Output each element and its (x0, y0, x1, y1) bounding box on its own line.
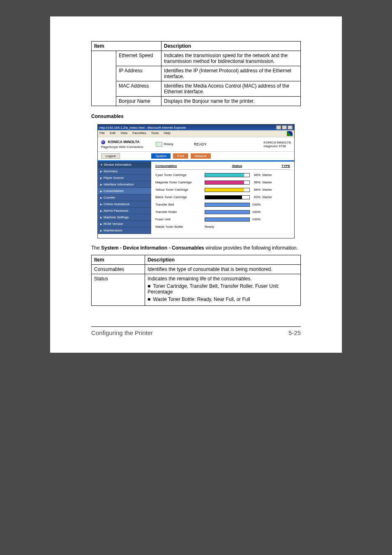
window-controls: _ □ × (276, 125, 293, 130)
consumable-row: Fuser Unit100% (155, 216, 290, 223)
menu-edit[interactable]: Edit (110, 131, 115, 135)
th-item: Item (92, 255, 145, 264)
sidebar-item-interface-info[interactable]: ▶Interface Information (98, 181, 151, 188)
section-heading-consumables: Consumables (91, 113, 301, 119)
cell-bar (205, 180, 250, 185)
maximize-button[interactable]: □ (282, 125, 287, 130)
progress-bar (205, 210, 250, 214)
sidebar-item-paper-source[interactable]: ▶Paper Source (98, 175, 151, 181)
cell-bar (205, 210, 250, 214)
tab-system[interactable]: System (151, 153, 171, 159)
cell-name: Magenta Toner Cartridge (155, 180, 205, 184)
progress-bar (205, 188, 250, 192)
cell-name: Waste Toner Bottle (155, 225, 205, 229)
browser-menubar: File Edit View Favorites Tools Help (98, 130, 294, 137)
cell-desc: Identifies the Media Access Control (MAC… (161, 81, 301, 97)
footer-section-title: Configuring the Printer (91, 329, 153, 336)
cell-bar (205, 195, 250, 199)
content-footer-spacer (98, 234, 294, 238)
cell-item: Consumables (92, 264, 145, 274)
sidebar-item-rom-version[interactable]: ▶ROM Version (98, 221, 151, 227)
sidebar-header-device-info[interactable]: ▼Device Information (98, 162, 151, 168)
sidebar-item-admin-password[interactable]: ▶Admin Password (98, 208, 151, 214)
table-network-info: Item Description Ethernet Speed Indicate… (91, 41, 301, 106)
cell-name: Black Toner Cartridge (155, 195, 205, 199)
progress-empty (242, 196, 249, 199)
sidebar-item-summary[interactable]: ▶Summary (98, 168, 151, 175)
brand-logo: KONICA MINOLTA (101, 140, 143, 144)
sidebar-item-machine-settings[interactable]: ▶Machine Settings (98, 214, 151, 221)
progress-empty (244, 188, 249, 192)
logout-button[interactable]: Logout (101, 153, 120, 159)
cell-status: Ready (205, 225, 250, 229)
cell-pct: 88% (250, 173, 262, 177)
cell-desc: Identifies the type of consumable that i… (145, 264, 301, 274)
webconnection-label: PageScope Web Connection (101, 145, 143, 149)
center-status: READY (194, 142, 207, 146)
menu-file[interactable]: File (99, 131, 105, 135)
status-intro: Indicates the remaining life of the cons… (148, 276, 251, 282)
printer-status-text: Ready (164, 142, 173, 146)
footer-page-number: 5-25 (288, 329, 301, 336)
menu-favorites[interactable]: Favorites (133, 131, 146, 135)
sidebar-item-counter[interactable]: ▶Counter (98, 194, 151, 201)
cell-item: IP Address (116, 66, 161, 81)
cell-pct: 100% (250, 217, 262, 221)
printer-status-icon (156, 142, 162, 147)
cell-type: Starter (262, 195, 290, 199)
browser-screenshot: http://192.168.1.2/a_index.html - Micros… (97, 124, 295, 238)
progress-bar (205, 195, 250, 199)
tab-print[interactable]: Print (173, 153, 188, 159)
progress-bar (205, 180, 250, 185)
cell-item: Ethernet Speed (116, 51, 161, 66)
cell-type: Starter (262, 188, 290, 192)
consumable-row: Black Toner Cartridge83%Starter (155, 194, 290, 201)
tab-bar: Logout System Print Network (98, 152, 294, 160)
cell-pct: 88% (250, 188, 262, 192)
menu-help[interactable]: Help (164, 131, 171, 135)
right-brand: KONICA MINOLTA (263, 141, 291, 144)
cell-desc: Indicates the remaining life of the cons… (145, 274, 301, 305)
minimize-button[interactable]: _ (276, 125, 281, 130)
menu-tools[interactable]: Tools (151, 131, 159, 135)
cell-pct: 100% (250, 210, 262, 214)
cell-name: Transfer Belt (155, 203, 205, 206)
progress-fill (205, 196, 242, 199)
window-titlebar: http://192.168.1.2/a_index.html - Micros… (98, 125, 294, 130)
th-item: Item (92, 42, 161, 51)
th-desc: Description (161, 42, 301, 51)
cell-name: Fuser Unit (155, 217, 205, 221)
cell-bar (205, 173, 250, 177)
consumable-row: Transfer Belt100% (155, 201, 290, 208)
progress-fill (205, 210, 249, 214)
cell-item: Bonjour Name (116, 97, 161, 106)
page-footer: Configuring the Printer 5-25 (91, 329, 301, 336)
menu-view[interactable]: View (120, 131, 127, 135)
progress-fill (205, 203, 249, 206)
cell-bar (205, 203, 250, 207)
cell-pct: 88% (250, 180, 262, 184)
app-header: KONICA MINOLTA PageScope Web Connection … (98, 137, 294, 152)
progress-bar (205, 217, 250, 222)
bullet-item: Waste Toner Bottle: Ready, Near Full, or… (148, 296, 298, 302)
sidebar-item-maintenance[interactable]: ▶Maintenance (98, 227, 151, 234)
window-url-title: http://192.168.1.2/a_index.html - Micros… (99, 126, 186, 130)
consumable-row: Magenta Toner Cartridge88%Starter (155, 179, 290, 186)
sidebar-item-consumables[interactable]: ▶Consumables (98, 188, 151, 194)
sidebar-item-online-assistance[interactable]: ▶Online Assistance (98, 201, 151, 208)
consumable-row: Cyan Toner Cartridge88%Starter (155, 171, 290, 179)
bullet-item: Toner Cartridge, Transfer Belt, Transfer… (148, 283, 298, 295)
tab-network[interactable]: Network (191, 153, 211, 159)
cell-pct: 83% (250, 195, 262, 199)
progress-bar (205, 203, 250, 207)
progress-fill (205, 188, 244, 192)
body-paragraph: The System - Device Information - Consum… (91, 245, 301, 251)
content-panel: Consumables Status TYPE Cyan Toner Cartr… (151, 162, 294, 234)
consumable-row: Transfer Roller100% (155, 208, 290, 216)
right-model: magicolor 3730 (263, 144, 291, 148)
content-header: Consumables Status TYPE (155, 164, 290, 170)
consumable-row: Yellow Toner Cartridge88%Starter (155, 186, 290, 194)
th-desc: Description (145, 255, 301, 264)
close-button[interactable]: × (288, 125, 293, 130)
progress-fill (205, 181, 244, 184)
